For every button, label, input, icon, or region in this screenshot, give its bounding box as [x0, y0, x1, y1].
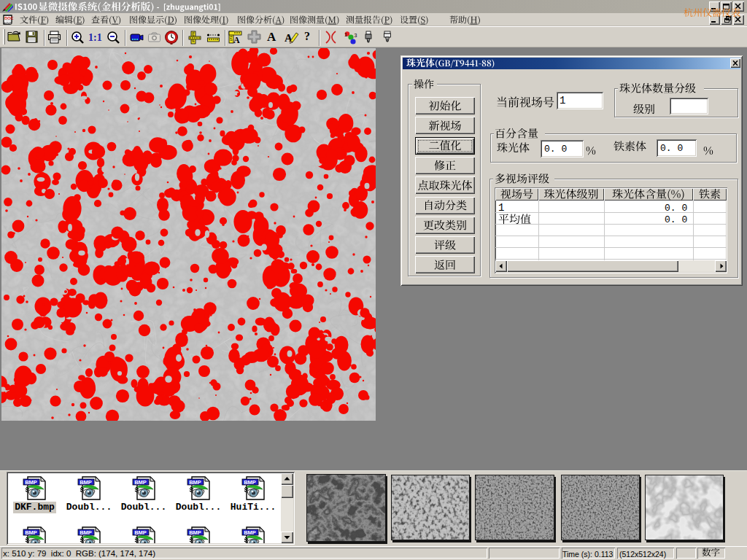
- svg-text:BMP: BMP: [80, 479, 92, 486]
- svg-text:BMP: BMP: [80, 529, 92, 536]
- svg-text:BMP: BMP: [25, 479, 37, 486]
- svg-text:BMP: BMP: [134, 479, 147, 486]
- svg-text:BMP: BMP: [189, 529, 201, 536]
- svg-text:BMP: BMP: [244, 479, 256, 486]
- svg-text:BMP: BMP: [134, 529, 147, 536]
- svg-text:3: 3: [355, 33, 357, 38]
- svg-text:BMP: BMP: [244, 529, 256, 536]
- svg-text:BMP: BMP: [189, 479, 201, 486]
- svg-text:BMP: BMP: [25, 529, 37, 536]
- svg-text:1: 1: [344, 32, 347, 37]
- svg-text:A: A: [233, 35, 240, 44]
